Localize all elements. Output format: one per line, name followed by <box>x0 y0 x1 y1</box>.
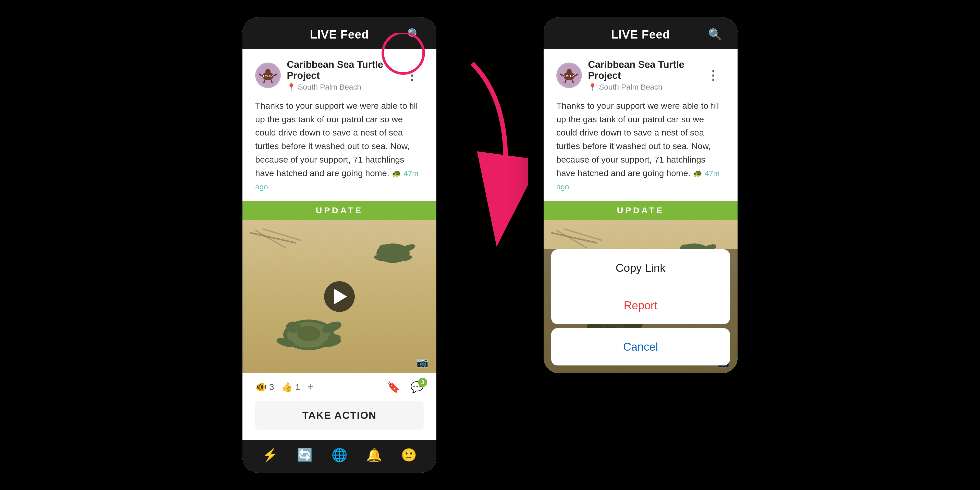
left-camera-icon: 📷 <box>416 356 429 368</box>
left-author-name: Caribbean Sea Turtle Project <box>287 59 401 81</box>
report-button[interactable]: Report <box>551 287 730 324</box>
right-post-card: CSTP Caribbean Sea Turtle Project 📍 Sout… <box>544 49 738 193</box>
left-author-location: 📍 South Palm Beach <box>287 83 401 91</box>
svg-text:CSTP: CSTP <box>564 74 574 78</box>
left-nav-lightning[interactable]: ⚡ <box>262 448 278 463</box>
svg-point-11 <box>286 321 301 333</box>
left-post-author: CSTP Caribbean Sea Turtle Project 📍 Sout… <box>255 59 401 91</box>
svg-line-47 <box>551 233 597 243</box>
left-nav-smiley[interactable]: 🙂 <box>401 448 417 463</box>
cancel-label: Cancel <box>623 340 658 353</box>
left-post-text: Thanks to your support we were able to f… <box>255 99 424 193</box>
right-post-header: CSTP Caribbean Sea Turtle Project 📍 Sout… <box>556 59 725 91</box>
left-bookmark-icon[interactable]: 🔖 <box>387 381 400 393</box>
left-action-icons: 🔖 💬 3 <box>387 381 424 393</box>
action-sheet-card: Copy Link Report <box>551 249 730 324</box>
left-play-button[interactable] <box>324 281 355 312</box>
right-post-text: Thanks to your support we were able to f… <box>556 99 725 193</box>
left-post-card: CSTP Caribbean Sea Turtle Project 📍 Sout… <box>242 49 436 193</box>
left-chat-icon-wrap[interactable]: 💬 3 <box>410 381 424 393</box>
left-nav-refresh[interactable]: 🔄 <box>297 448 313 463</box>
left-nav-bell[interactable]: 🔔 <box>366 448 382 463</box>
left-post-image: 📷 <box>242 220 436 373</box>
right-header: LIVE Feed 🔍 <box>544 18 738 49</box>
left-author-info: Caribbean Sea Turtle Project 📍 South Pal… <box>287 59 401 91</box>
left-post-header: CSTP Caribbean Sea Turtle Project 📍 Sout… <box>255 59 424 91</box>
right-author-name: Caribbean Sea Turtle Project <box>588 59 702 81</box>
right-more-button[interactable]: ⋮ <box>702 65 725 85</box>
right-author-location: 📍 South Palm Beach <box>588 83 702 91</box>
svg-line-23 <box>263 229 301 240</box>
right-post-author: CSTP Caribbean Sea Turtle Project 📍 Sout… <box>556 59 702 91</box>
left-header: LIVE Feed 🔍 <box>242 18 436 49</box>
svg-point-2 <box>266 69 270 74</box>
left-fish-reaction[interactable]: 🐠 3 <box>255 382 274 392</box>
left-thumb-reaction[interactable]: 👍 1 <box>281 382 300 392</box>
left-update-banner: UPDATE <box>242 201 436 220</box>
svg-point-15 <box>328 334 341 340</box>
svg-line-49 <box>564 229 602 240</box>
svg-point-28 <box>566 69 572 74</box>
svg-line-21 <box>250 233 296 243</box>
right-update-label: UPDATE <box>617 205 664 215</box>
right-header-title: LIVE Feed <box>574 27 707 41</box>
left-more-button[interactable]: ⋮ <box>401 65 424 85</box>
left-reactions: 🐠 3 👍 1 + <box>255 381 313 393</box>
left-pin-icon: 📍 <box>287 83 296 91</box>
left-update-label: UPDATE <box>316 205 363 215</box>
right-avatar: CSTP <box>556 62 582 88</box>
left-phone: LIVE Feed 🔍 <box>242 18 436 473</box>
left-header-title: LIVE Feed <box>273 27 406 41</box>
copy-link-label: Copy Link <box>616 262 666 274</box>
right-pin-icon: 📍 <box>588 83 597 91</box>
svg-point-17 <box>379 245 389 251</box>
left-add-reaction-button[interactable]: + <box>307 381 313 393</box>
cancel-sheet-item[interactable]: Cancel <box>551 328 730 366</box>
left-post-actions: 🐠 3 👍 1 + 🔖 💬 3 <box>242 373 436 401</box>
report-label: Report <box>624 299 657 312</box>
left-avatar: CSTP <box>255 62 281 88</box>
action-sheet: Copy Link Report Cancel <box>544 249 738 373</box>
left-nav-globe[interactable]: 🌐 <box>331 448 347 463</box>
left-take-action-button[interactable]: TAKE ACTION <box>255 401 424 430</box>
right-author-info: Caribbean Sea Turtle Project 📍 South Pal… <box>588 59 702 91</box>
left-chat-badge: 3 <box>418 378 427 387</box>
copy-link-button[interactable]: Copy Link <box>551 249 730 287</box>
cancel-button[interactable]: Cancel <box>551 328 730 366</box>
svg-text:CSTP: CSTP <box>263 74 272 78</box>
right-search-icon[interactable]: 🔍 <box>707 28 722 41</box>
left-bottom-nav: ⚡ 🔄 🌐 🔔 🙂 <box>242 440 436 473</box>
right-update-banner: UPDATE <box>544 201 738 220</box>
right-phone: LIVE Feed 🔍 CSTP <box>544 18 738 373</box>
left-search-icon[interactable]: 🔍 <box>406 28 421 41</box>
